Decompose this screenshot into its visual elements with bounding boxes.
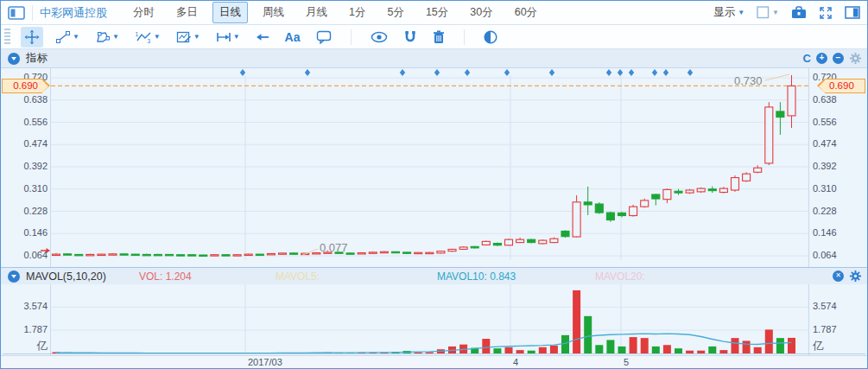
axis-tick-label: 0.638	[813, 94, 859, 105]
axis-tick-label: 3.574	[1, 301, 48, 311]
style-box-icon	[757, 6, 770, 19]
tab-30分[interactable]: 30分	[463, 2, 499, 23]
candlestick-plot[interactable]: 0.7300.077	[1, 68, 867, 267]
axis-tick-label: 1.787	[813, 324, 859, 334]
axis-tick-label: 0.146	[813, 227, 859, 238]
chevron-down-icon: ▼	[233, 33, 240, 41]
magnet-icon	[403, 30, 417, 44]
polygon-tool-button[interactable]: ▼	[92, 28, 123, 47]
polygon-icon	[95, 30, 111, 44]
stock-name[interactable]: 中彩网通控股	[40, 5, 107, 21]
trend-line-icon	[55, 30, 71, 44]
delete-button[interactable]	[429, 28, 448, 47]
display-dropdown[interactable]: 显示 ▼	[713, 5, 744, 20]
move-icon	[24, 29, 40, 45]
fullscreen-icon[interactable]	[819, 6, 833, 20]
settings-gear-icon[interactable]	[849, 270, 862, 283]
chart-markup-icon	[176, 30, 192, 44]
current-price-tag-right: 0.690	[825, 79, 865, 93]
tab-60分[interactable]: 60分	[508, 2, 544, 23]
chevron-down-icon: ▼	[112, 33, 119, 41]
drag-handle[interactable]	[4, 29, 10, 46]
indicator-panel-header: 指标 C + −	[1, 49, 867, 68]
sidebar-right-icon[interactable]	[845, 6, 860, 19]
chevron-down-icon: ▼	[193, 33, 200, 41]
undo-button[interactable]	[252, 29, 273, 45]
tab-日线[interactable]: 日线	[212, 2, 248, 23]
chart-style-dropdown[interactable]: ▼	[757, 6, 779, 19]
chart-markup-tool-button[interactable]: ▼	[173, 28, 204, 47]
tab-多日[interactable]: 多日	[169, 2, 205, 23]
panel-toggle-icon[interactable]	[8, 6, 25, 20]
stock-chart-app: 中彩网通控股 分时多日日线周线月线1分5分15分30分60分 显示 ▼ ▼	[0, 0, 868, 369]
settings-gear-icon[interactable]	[849, 52, 862, 65]
tab-15分[interactable]: 15分	[419, 2, 455, 23]
eye-icon	[371, 31, 388, 43]
axis-tick-label: 亿	[813, 339, 859, 353]
chevron-down-icon: ▼	[73, 33, 79, 41]
axis-tick-label: 0.392	[813, 161, 859, 171]
volume-chart[interactable]: 3.5743.5741.7871.787亿亿	[1, 284, 867, 355]
chevron-down-icon: ▼	[154, 33, 161, 41]
axis-tick-label: 0.556	[1, 117, 48, 127]
tab-月线[interactable]: 月线	[299, 2, 334, 23]
tab-周线[interactable]: 周线	[256, 2, 291, 23]
tab-1分[interactable]: 1分	[342, 2, 372, 23]
refresh-icon[interactable]: C	[803, 52, 811, 65]
axis-tick-label: 亿	[1, 339, 48, 353]
visibility-button[interactable]	[367, 29, 391, 46]
axis-tick-label: 0.638	[1, 94, 48, 105]
volume-plot[interactable]	[1, 284, 867, 355]
svg-text:1: 1	[135, 31, 138, 37]
time-axis-label: 5	[624, 357, 629, 367]
axis-tick-label: 0.064	[813, 250, 859, 260]
text-tool-label: Aa	[285, 30, 301, 44]
tab-5分[interactable]: 5分	[380, 2, 410, 23]
axis-tick-label: 3.574	[813, 301, 859, 311]
move-tool-button[interactable]	[21, 27, 43, 48]
price-chart[interactable]: 0.7300.077 0.690 0.690 0.7200.7200.6380.…	[1, 68, 867, 267]
range-icon	[216, 31, 231, 43]
collapse-volume-icon[interactable]	[8, 270, 20, 283]
close-panel-icon[interactable]: ✕	[833, 270, 844, 282]
wave-count-icon: 13	[135, 30, 152, 44]
axis-tick-label: 0.146	[1, 227, 48, 238]
axis-tick-label: 1.787	[1, 324, 48, 334]
contrast-icon	[484, 30, 497, 44]
collapse-indicator-icon[interactable]	[8, 53, 20, 65]
trash-icon	[433, 30, 445, 44]
svg-text:3: 3	[147, 38, 150, 44]
tab-分时[interactable]: 分时	[126, 2, 162, 23]
back-arrow-icon	[256, 32, 269, 42]
axis-tick-label: 0.392	[1, 161, 48, 171]
time-axis-label: 4	[513, 357, 518, 367]
chevron-down-icon: ▼	[738, 9, 744, 16]
contrast-button[interactable]	[480, 28, 501, 47]
axis-tick-label: 0.064	[1, 250, 48, 260]
axis-tick-label: 0.556	[813, 117, 859, 127]
axis-tick-label: 0.228	[1, 206, 48, 216]
time-axis-label: 2017/03	[248, 357, 282, 367]
mavol20-label: MAVOL20:	[595, 268, 645, 284]
zoom-out-icon[interactable]: −	[833, 53, 844, 64]
separator	[32, 5, 33, 21]
comment-icon	[316, 30, 332, 44]
zoom-in-icon[interactable]: +	[816, 53, 827, 64]
vol-value-label: VOL: 1.204	[139, 268, 192, 284]
toolbox-icon[interactable]	[791, 6, 807, 19]
magnet-button[interactable]	[400, 28, 421, 47]
time-axis: 2017/0345	[1, 355, 867, 368]
range-tool-button[interactable]: ▼	[212, 29, 244, 46]
comment-tool-button[interactable]	[313, 28, 335, 47]
trend-line-tool-button[interactable]: ▼	[52, 28, 83, 47]
top-toolbar-right: 显示 ▼ ▼	[713, 5, 860, 20]
chevron-down-icon: ▼	[772, 9, 779, 16]
text-tool-button[interactable]: Aa	[282, 28, 304, 47]
drawing-toolbar: ▼ ▼ 13 ▼ ▼ ▼ Aa	[1, 25, 867, 49]
volume-panel-header: MAVOL(5,10,20) VOL: 1.204 MAVOL5: MAVOL1…	[1, 267, 867, 284]
separator	[351, 29, 352, 45]
wave-count-tool-button[interactable]: 13 ▼	[131, 28, 164, 47]
display-label: 显示	[713, 5, 735, 20]
period-tabs: 分时多日日线周线月线1分5分15分30分60分	[126, 2, 544, 23]
indicator-title: 指标	[26, 51, 48, 66]
